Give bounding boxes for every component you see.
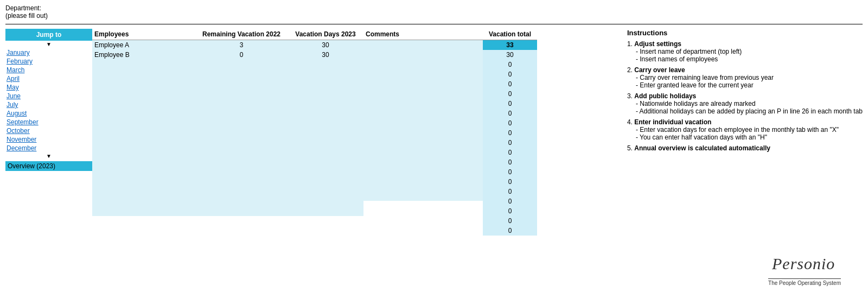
empty-cell — [92, 147, 195, 155]
comments-empty — [363, 45, 483, 201]
arrow-down-icon: ▼ — [5, 41, 92, 48]
empty-cell — [363, 166, 483, 175]
empty-cell — [363, 149, 483, 157]
comments-header: Comments — [363, 29, 483, 40]
empty-total-cell: 0 — [483, 128, 537, 138]
sidebar-month-link[interactable]: April — [5, 74, 92, 83]
empty-cell — [195, 147, 288, 155]
empty-cell — [92, 164, 195, 173]
sidebar-month-link[interactable]: September — [5, 118, 92, 126]
empty-total-cell: 0 — [483, 157, 537, 167]
sidebar-month-link[interactable]: May — [5, 83, 92, 92]
empty-cell — [288, 68, 363, 77]
sidebar-month-link[interactable]: January — [5, 48, 92, 57]
empty-cell — [363, 140, 483, 149]
overview-link[interactable]: Overview (2023) — [5, 161, 92, 171]
employee-cell: Employee A — [92, 40, 195, 50]
empty-total-cell: 0 — [483, 226, 537, 236]
instruction-section: 4. Enter individual vacation- Enter vaca… — [627, 118, 863, 141]
empty-cell — [363, 62, 483, 71]
empty-cell — [363, 45, 483, 53]
empty-cell — [288, 120, 363, 129]
empty-cell — [92, 94, 195, 103]
empty-cell — [92, 138, 195, 147]
empty-cell — [363, 97, 483, 105]
empty-cell — [195, 155, 288, 164]
sidebar-month-link[interactable]: March — [5, 66, 92, 74]
empty-cell — [363, 175, 483, 183]
empty-cell — [195, 77, 288, 86]
instruction-section: 1. Adjust settings- Insert name of depar… — [627, 40, 863, 63]
empty-cell — [92, 77, 195, 86]
empty-total-cell: 0 — [483, 167, 537, 177]
empty-total-cell: 0 — [483, 99, 537, 109]
empty-total-cell: 0 — [483, 89, 537, 99]
instruction-item: - Carry over remaining leave from previo… — [636, 74, 863, 81]
personio-tagline: The People Operating System — [768, 278, 841, 286]
empty-cell — [288, 60, 363, 68]
empty-cell — [195, 207, 288, 216]
empty-cell — [363, 192, 483, 201]
empty-cell — [92, 120, 195, 129]
empty-cell — [195, 112, 288, 120]
sidebar-month-link[interactable]: November — [5, 135, 92, 144]
empty-cell — [195, 164, 288, 173]
empty-cell — [288, 181, 363, 190]
instruction-item: - Enter granted leave for the current ye… — [636, 81, 863, 89]
empty-cell — [288, 155, 363, 164]
instruction-item: - Insert name of department (top left) — [636, 48, 863, 55]
department-header: Department: (please fill out) — [5, 4, 863, 20]
col-remaining: Remaining Vacation 2022 30 — [195, 29, 288, 236]
empty-cell — [92, 173, 195, 181]
empty-cell — [288, 86, 363, 94]
empty-total-cell: 0 — [483, 109, 537, 118]
empty-cell — [288, 77, 363, 86]
instruction-item: - Nationwide holidays are already marked — [636, 100, 863, 107]
total-empty: 000000000000000000 — [483, 60, 537, 236]
empty-cell — [363, 131, 483, 140]
empty-cell — [288, 129, 363, 138]
empty-total-cell: 0 — [483, 187, 537, 196]
col-vacation-days: Vacation Days 2023 3030 — [288, 29, 363, 236]
empty-cell — [92, 129, 195, 138]
instruction-item: - Enter vacation days for each employee … — [636, 126, 863, 134]
employee-empty — [92, 60, 195, 216]
arrow-down-2-icon: ▼ — [5, 153, 92, 160]
department-value: (please fill out) — [5, 12, 48, 20]
empty-cell — [288, 199, 363, 207]
empty-cell — [92, 68, 195, 77]
empty-cell — [92, 60, 195, 68]
empty-cell — [288, 138, 363, 147]
empty-cell — [195, 68, 288, 77]
instructions-title: Instructions — [627, 29, 863, 37]
empty-cell — [288, 94, 363, 103]
empty-cell — [288, 103, 363, 112]
employee-cell: Employee B — [92, 50, 195, 60]
empty-cell — [288, 164, 363, 173]
vacation-total-cell: 33 — [483, 40, 537, 50]
col-employees: Employees Employee AEmployee B — [92, 29, 195, 236]
comments-rows — [363, 40, 483, 45]
empty-cell — [363, 53, 483, 62]
sidebar-month-link[interactable]: July — [5, 100, 92, 109]
jump-to-header[interactable]: Jump to — [5, 29, 92, 41]
table-area: Employees Employee AEmployee B Remaining… — [92, 29, 611, 236]
sidebar-month-link[interactable]: August — [5, 109, 92, 118]
remaining-rows: 30 — [195, 40, 288, 60]
sidebar-month-link[interactable]: February — [5, 57, 92, 66]
empty-cell — [195, 173, 288, 181]
empty-total-cell: 0 — [483, 206, 537, 216]
empty-cell — [363, 157, 483, 166]
empty-total-cell: 0 — [483, 79, 537, 89]
instruction-section-title: 4. Enter individual vacation — [627, 118, 863, 126]
instruction-item: - You can enter half vacation days with … — [636, 134, 863, 141]
empty-cell — [288, 112, 363, 120]
empty-cell — [195, 94, 288, 103]
sidebar-month-link[interactable]: October — [5, 126, 92, 135]
sidebar-month-link[interactable]: December — [5, 144, 92, 153]
sidebar-month-link[interactable]: June — [5, 92, 92, 100]
empty-cell — [363, 123, 483, 131]
sidebar: Jump to ▼ JanuaryFebruaryMarchAprilMayJu… — [5, 29, 92, 236]
remaining-header: Remaining Vacation 2022 — [195, 29, 288, 40]
empty-cell — [195, 199, 288, 207]
